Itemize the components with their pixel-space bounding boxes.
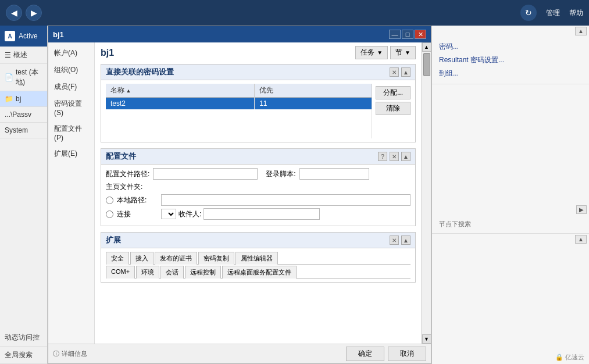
search-section-label: 节点下搜索 <box>437 219 584 230</box>
tab-rdp-profile[interactable]: 远程桌面服务配置文件 <box>222 266 297 279</box>
bottom-buttons: 确定 取消 <box>346 347 426 361</box>
help-link[interactable]: 帮助 <box>569 8 583 18</box>
detail-info[interactable]: ⓘ 详细信息 <box>53 349 87 358</box>
clear-button[interactable]: 清除 <box>376 102 410 115</box>
nav-profile[interactable]: 配置文件(P) <box>48 120 94 145</box>
profile-path-row: 配置文件路径: 登录脚本: <box>106 168 410 180</box>
right-panel: ▲ 密码... Resultant 密码设置... 到组... ▶ 节点下搜索 … <box>431 26 589 364</box>
forward-button[interactable]: ▶ <box>26 5 42 21</box>
action-resultant-password[interactable]: Resultant 密码设置... <box>437 53 584 67</box>
sidebar-item-overview[interactable]: ☰ 概述 <box>0 47 47 64</box>
sidebar-item-system[interactable]: System <box>0 123 47 138</box>
refresh-button[interactable]: ↻ <box>520 5 537 21</box>
global-search-label: 全局搜索 <box>5 350 33 360</box>
task-button[interactable]: 任务 ▼ <box>355 46 388 59</box>
action-to-group[interactable]: 到组... <box>437 67 584 80</box>
nav-member[interactable]: 成员(F) <box>48 78 94 95</box>
back-button[interactable]: ◀ <box>6 5 22 21</box>
extension-section-body: 安全 拨入 发布的证书 密码复制 属性编辑器 COM+ 环境 会话 远程控制 <box>101 248 415 282</box>
profile-help-icon[interactable]: ? <box>378 152 387 161</box>
tab-security[interactable]: 安全 <box>106 252 129 265</box>
sidebar-item-passw[interactable]: ...\Passv <box>0 107 47 123</box>
sidebar-item-test[interactable]: 📄 test (本地) <box>0 64 47 91</box>
header-buttons: 任务 ▼ 节 ▼ <box>355 46 416 59</box>
sidebar-item-global-search[interactable]: 全局搜索 <box>0 347 47 364</box>
extension-collapse-icon[interactable]: ▲ <box>401 235 410 245</box>
radio-local-row: 本地路径: <box>106 194 410 206</box>
password-table-container: 名称 优先 test2 11 <box>106 84 372 138</box>
scrollbar: ▲ ▼ <box>422 42 431 344</box>
password-section: 直接关联的密码设置 ✕ ▲ <box>101 64 416 142</box>
top-bar: ◀ ▶ ↻ 管理 帮助 <box>0 0 589 26</box>
profile-homedir-label: 主页文件夹: <box>106 182 142 192</box>
profile-path-input[interactable] <box>153 168 258 180</box>
collapse-top-button[interactable]: ▲ <box>575 27 587 35</box>
system-label: System <box>5 126 28 134</box>
scroll-thumb[interactable] <box>423 53 430 76</box>
tab-remote-ctrl[interactable]: 远程控制 <box>185 266 221 279</box>
watermark-icon: 🔒 <box>555 354 563 361</box>
assign-button[interactable]: 分配... <box>376 86 410 99</box>
cancel-button[interactable]: 取消 <box>388 347 426 361</box>
password-section-close-icon[interactable]: ✕ <box>390 67 399 77</box>
ok-button[interactable]: 确定 <box>346 347 384 361</box>
tab-com-plus[interactable]: COM+ <box>106 266 135 279</box>
collapse-bottom-button[interactable]: ▲ <box>575 235 587 244</box>
radio-local[interactable] <box>106 197 113 204</box>
section-button[interactable]: 节 ▼ <box>390 46 416 59</box>
tab-dialin[interactable]: 拨入 <box>130 252 154 265</box>
recipient-input[interactable] <box>204 208 320 220</box>
nav-account[interactable]: 帐户(A) <box>48 45 94 62</box>
action-password[interactable]: 密码... <box>437 40 584 53</box>
local-path-input[interactable] <box>161 194 410 206</box>
sidebar-header: A Active <box>0 26 47 47</box>
profile-section-header: 配置文件 ? ✕ ▲ <box>101 149 415 165</box>
sidebar-item-dynamic[interactable]: 动态访问控 <box>0 329 47 347</box>
extension-section-header: 扩展 ✕ ▲ <box>101 233 415 248</box>
profile-collapse-icon[interactable]: ▲ <box>401 152 410 161</box>
nav-password-label: 密码设置(S) <box>54 99 88 117</box>
sidebar-header-label: Active <box>19 32 38 40</box>
tab-session[interactable]: 会话 <box>160 266 184 279</box>
passw-label: ...\Passv <box>5 110 31 119</box>
tab-attr-editor[interactable]: 属性编辑器 <box>235 252 278 265</box>
nav-org[interactable]: 组织(O) <box>48 62 94 78</box>
nav-extension[interactable]: 扩展(E) <box>48 145 94 162</box>
dialog: bj1 — □ ✕ 帐户(A) 组织(O) <box>48 26 431 364</box>
password-section-collapse-icon[interactable]: ▲ <box>401 67 410 77</box>
profile-radio-group: 本地路径: 连接 <box>106 194 410 220</box>
nav-member-label: 成员(F) <box>54 82 77 92</box>
section-dropdown-icon: ▼ <box>405 49 410 56</box>
minimize-button[interactable]: — <box>389 30 401 39</box>
extension-section-title: 扩展 <box>106 235 121 245</box>
profile-section-title: 配置文件 <box>106 151 136 162</box>
row-priority: 11 <box>255 98 372 110</box>
dialog-title: bj1 <box>53 30 64 39</box>
profile-script-label: 登录脚本: <box>266 169 295 179</box>
profile-section-controls: ? ✕ ▲ <box>378 152 410 161</box>
profile-close-icon[interactable]: ✕ <box>390 152 399 161</box>
overview-label: 概述 <box>13 50 27 60</box>
scroll-up-button[interactable]: ▲ <box>422 42 431 52</box>
collapse-mid-button[interactable]: ▶ <box>576 205 587 214</box>
tab-published-certs[interactable]: 发布的证书 <box>155 252 197 265</box>
nav-password[interactable]: 密码设置(S) <box>48 95 94 120</box>
maximize-button[interactable]: □ <box>402 30 413 39</box>
manage-link[interactable]: 管理 <box>546 8 560 18</box>
watermark: 🔒 亿速云 <box>555 353 584 362</box>
radio-connect[interactable] <box>106 210 113 218</box>
object-title: bj1 <box>101 48 114 58</box>
close-button[interactable]: ✕ <box>415 30 426 39</box>
scroll-down-button[interactable]: ▼ <box>422 334 431 344</box>
extension-tabs-row2: COM+ 环境 会话 远程控制 远程桌面服务配置文件 <box>106 266 410 279</box>
sidebar-item-bj[interactable]: 📁 bj <box>0 91 47 107</box>
extension-close-icon[interactable]: ✕ <box>390 235 399 245</box>
profile-script-input[interactable] <box>299 168 369 180</box>
connect-drive-select[interactable] <box>161 209 176 219</box>
right-panel-search-section: 节点下搜索 <box>432 215 589 234</box>
table-row[interactable]: test2 11 <box>106 98 372 110</box>
tab-password-copy[interactable]: 密码复制 <box>198 252 234 265</box>
test-icon: 📄 <box>5 73 13 81</box>
tab-env[interactable]: 环境 <box>136 266 159 279</box>
row-name: test2 <box>106 98 255 110</box>
